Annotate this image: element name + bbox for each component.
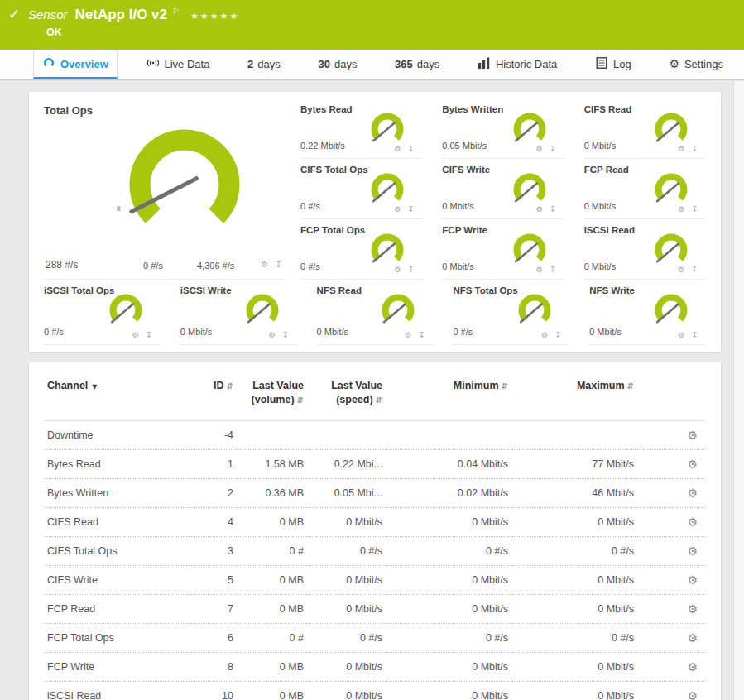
gauge-settings-icon[interactable]: ⚙ xyxy=(678,145,684,153)
gauge-settings-icon[interactable]: ⚙ xyxy=(132,331,139,339)
column-header-vol[interactable]: Last Value (volume)⇵ xyxy=(237,374,307,420)
tab-2-days[interactable]: 2 days xyxy=(238,50,290,79)
cell-last-value-speed: 0.22 Mbi... xyxy=(307,449,386,478)
gauge-fcp-read: FCP Read 0 Mbit/s ⚙ ↧ xyxy=(584,159,706,219)
table-row: FCP Write 8 0 MB 0 Mbit/s 0 Mbit/s 0 Mbi… xyxy=(44,652,706,681)
gauge-settings-icon[interactable]: ⚙ xyxy=(678,331,684,339)
average-marker: x̄ xyxy=(117,204,121,213)
gauge-value: 0 #/s xyxy=(453,327,473,337)
cell-channel: Bytes Written xyxy=(44,478,189,507)
gauge-settings-icon[interactable]: ⚙ xyxy=(678,266,684,274)
gauge-pin-icon[interactable]: ↧ xyxy=(419,331,425,339)
status-ok-check-icon: ✓ xyxy=(8,6,20,23)
gauge-settings-icon[interactable]: ⚙ xyxy=(269,331,276,339)
gauge-pin-icon[interactable]: ↧ xyxy=(408,145,415,153)
table-body: Downtime -4 ⚙ Bytes Read 1 1.58 MB 0.22 … xyxy=(44,420,706,700)
cell-last-value-speed: 0 Mbit/s xyxy=(307,652,386,681)
gauge-nfs-write: NFS Write 0 Mbit/s ⚙ ↧ xyxy=(589,280,706,345)
channels-panel: Channel▼ID⇵Last Value (volume)⇵Last Valu… xyxy=(29,362,721,700)
gauge-settings-icon[interactable]: ⚙ xyxy=(394,145,401,153)
column-label: Maximum xyxy=(577,380,625,391)
channel-settings-icon[interactable]: ⚙ xyxy=(687,631,698,645)
column-header-min[interactable]: Minimum⇵ xyxy=(386,374,511,420)
gauge-settings-icon[interactable]: ⚙ xyxy=(678,205,684,213)
gauge-pin-icon[interactable]: ↧ xyxy=(691,331,698,339)
gauge-max-label: 4,306 #/s xyxy=(197,261,234,271)
gauge-value: 0 Mbit/s xyxy=(584,141,617,151)
column-header-channel[interactable]: Channel▼ xyxy=(44,374,189,420)
gauge-pin-icon[interactable]: ↧ xyxy=(408,205,415,213)
gauge-pin-icon[interactable]: ↧ xyxy=(146,331,152,339)
flag-icon[interactable]: ⚐ xyxy=(172,7,180,16)
gauge-pin-icon[interactable]: ↧ xyxy=(276,260,282,269)
gauge-settings-icon[interactable]: ⚙ xyxy=(536,266,543,274)
cell-channel: CIFS Total Ops xyxy=(44,536,189,565)
tab-live-data[interactable]: Live Data xyxy=(137,50,219,79)
tab-label-strong: 365 xyxy=(395,58,413,70)
priority-stars[interactable]: ★★★★★ xyxy=(190,11,239,22)
gauge-pin-icon[interactable]: ↧ xyxy=(550,145,556,153)
gear-icon: ⚙ xyxy=(669,57,679,70)
column-label: ID xyxy=(214,380,224,391)
tab-label: days xyxy=(334,58,357,70)
channel-settings-icon[interactable]: ⚙ xyxy=(687,544,698,558)
gauge-pin-icon[interactable]: ↧ xyxy=(555,331,562,339)
sort-icon[interactable]: ⇵ xyxy=(376,396,382,405)
gauge-settings-icon[interactable]: ⚙ xyxy=(541,331,548,339)
log-icon xyxy=(595,57,608,69)
total-ops-gauge-cell: Total Ops x̄ 288 #/s 0 #/s 4,306 #/s ⚙ ↧ xyxy=(44,98,286,280)
column-header-speed[interactable]: Last Value (speed)⇵ xyxy=(307,374,386,420)
cell-minimum: 0 #/s xyxy=(386,536,511,565)
tab-365-days[interactable]: 365 days xyxy=(386,50,449,79)
cell-last-value-speed: 0.05 Mbi... xyxy=(307,478,386,507)
gauge-settings-icon[interactable]: ⚙ xyxy=(261,260,268,269)
cell-last-value-speed xyxy=(307,420,386,449)
scrollbar-track[interactable] xyxy=(733,81,744,700)
gauge-nfs-read: NFS Read 0 Mbit/s ⚙ ↧ xyxy=(317,280,434,345)
channel-settings-icon[interactable]: ⚙ xyxy=(687,458,698,471)
channel-settings-icon[interactable]: ⚙ xyxy=(687,573,698,587)
channel-settings-icon[interactable]: ⚙ xyxy=(687,602,698,616)
tab-log[interactable]: Log xyxy=(586,50,641,79)
cell-maximum: 0 #/s xyxy=(511,536,637,565)
gauge-pin-icon[interactable]: ↧ xyxy=(691,266,698,274)
gauge-settings-icon[interactable]: ⚙ xyxy=(405,331,411,339)
sort-icon[interactable]: ⇵ xyxy=(627,381,634,391)
column-header-max[interactable]: Maximum⇵ xyxy=(511,374,637,420)
column-header-id[interactable]: ID⇵ xyxy=(189,374,237,420)
sort-icon[interactable]: ⇵ xyxy=(297,396,304,405)
cell-channel: Bytes Read xyxy=(44,449,189,478)
cell-channel: CIFS Read xyxy=(44,507,189,536)
gauge-settings-icon[interactable]: ⚙ xyxy=(536,205,543,213)
gauge-pin-icon[interactable]: ↧ xyxy=(550,205,556,213)
table-row: CIFS Total Ops 3 0 # 0 #/s 0 #/s 0 #/s ⚙ xyxy=(44,536,706,565)
bottom-gauges-row: iSCSI Total Ops 0 #/s ⚙ ↧ iSCSI Write 0 … xyxy=(44,280,706,345)
tab-overview[interactable]: Overview xyxy=(33,50,118,79)
gauge-settings-icon[interactable]: ⚙ xyxy=(536,145,543,153)
gauge-settings-icon[interactable]: ⚙ xyxy=(394,266,401,274)
sort-icon[interactable]: ⇵ xyxy=(227,381,233,391)
gauge-iscsi-total-ops: iSCSI Total Ops 0 #/s ⚙ ↧ xyxy=(44,280,161,345)
overview-icon xyxy=(42,57,55,69)
channel-settings-icon[interactable]: ⚙ xyxy=(687,689,698,700)
gauge-pin-icon[interactable]: ↧ xyxy=(691,205,698,213)
channel-settings-icon[interactable]: ⚙ xyxy=(687,487,698,500)
table-row: CIFS Read 4 0 MB 0 Mbit/s 0 Mbit/s 0 Mbi… xyxy=(44,507,706,536)
gauge-cifs-total-ops: CIFS Total Ops 0 #/s ⚙ ↧ xyxy=(300,159,422,219)
channel-settings-icon[interactable]: ⚙ xyxy=(687,429,698,442)
gauge-pin-icon[interactable]: ↧ xyxy=(282,331,289,339)
cell-id: 10 xyxy=(189,681,237,700)
sort-dropdown-icon[interactable]: ▼ xyxy=(92,383,97,391)
gauge-pin-icon[interactable]: ↧ xyxy=(550,266,556,274)
sort-icon[interactable]: ⇵ xyxy=(502,381,508,391)
cell-last-value-speed: 0 Mbit/s xyxy=(307,507,386,536)
channel-settings-icon[interactable]: ⚙ xyxy=(687,515,698,529)
tab-30-days[interactable]: 30 days xyxy=(309,50,366,79)
channel-settings-icon[interactable]: ⚙ xyxy=(687,660,698,674)
gauge-iscsi-read: iSCSI Read 0 Mbit/s ⚙ ↧ xyxy=(584,219,706,280)
gauge-pin-icon[interactable]: ↧ xyxy=(408,266,415,274)
gauge-settings-icon[interactable]: ⚙ xyxy=(394,205,401,213)
gauge-pin-icon[interactable]: ↧ xyxy=(691,145,698,153)
tab-settings[interactable]: ⚙ Settings xyxy=(660,50,732,79)
tab-historic-data[interactable]: Historic Data xyxy=(468,50,566,79)
